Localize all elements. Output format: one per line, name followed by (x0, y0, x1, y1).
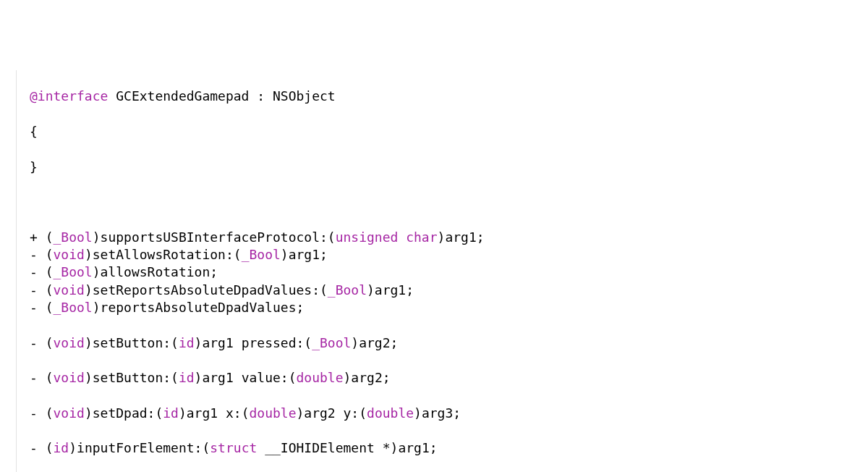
brace-open: { (17, 123, 868, 140)
method-line: - (_Bool)allowsRotation; (17, 264, 868, 281)
method-line: - (_Bool)reportsAbsoluteDpadValues; (17, 299, 868, 316)
code-editor: @interface GCExtendedGamepad : NSObject … (16, 70, 868, 472)
method-setButton-pressed: - (void)setButton:(id)arg1 pressed:(_Boo… (17, 334, 868, 352)
method-inputForElement: - (id)inputForElement:(struct __IOHIDEle… (17, 439, 868, 457)
method-setButton-value: - (void)setButton:(id)arg1 value:(double… (17, 369, 868, 387)
method-setDpad: - (void)setDpad:(id)arg1 x:(double)arg2 … (17, 405, 868, 422)
interface-decl: @interface GCExtendedGamepad : NSObject (17, 88, 868, 105)
method-line: + (_Bool)supportsUSBInterfaceProtocol:(u… (17, 229, 868, 246)
super-name: NSObject (273, 88, 336, 104)
method-line: - (void)setReportsAbsoluteDpadValues:(_B… (17, 282, 868, 299)
class-name: GCExtendedGamepad (116, 88, 249, 104)
directive: @interface (30, 88, 108, 104)
blank-line (17, 193, 868, 211)
brace-close: } (17, 159, 868, 176)
method-line: - (void)setAllowsRotation:(_Bool)arg1; (17, 246, 868, 264)
